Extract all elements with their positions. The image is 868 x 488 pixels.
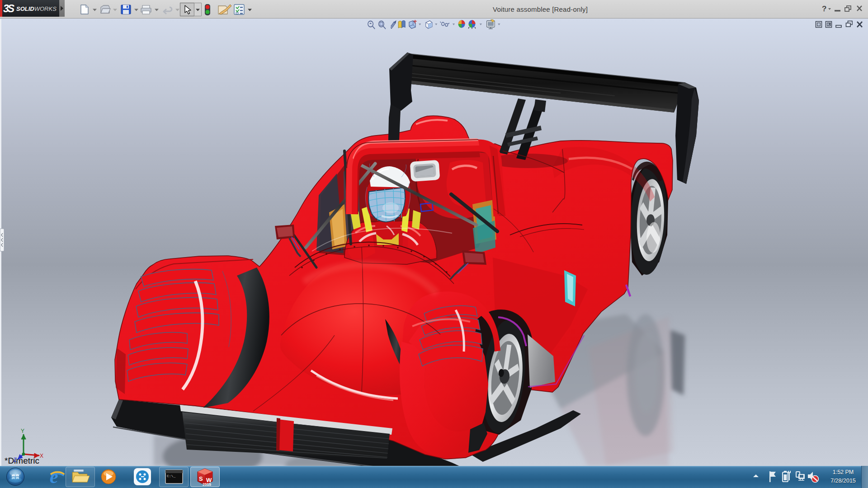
- svg-text:Y: Y: [21, 428, 24, 434]
- svg-text:X: X: [40, 453, 43, 459]
- svg-text:2015: 2015: [203, 482, 211, 487]
- svg-text:e: e: [50, 466, 58, 487]
- svg-text:Z: Z: [14, 457, 17, 463]
- svg-text:S: S: [199, 475, 203, 482]
- svg-text:3S: 3S: [3, 3, 15, 14]
- svg-text:?: ?: [822, 5, 826, 13]
- svg-text:C:\_: C:\_: [167, 474, 175, 478]
- svg-text:SOLIDWORKS: SOLIDWORKS: [16, 5, 57, 12]
